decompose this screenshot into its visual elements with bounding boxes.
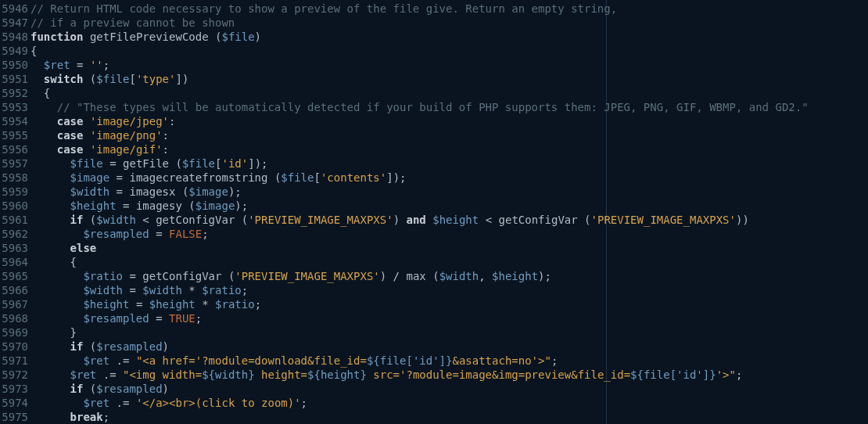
token-str: 'image/png': [90, 129, 163, 142]
token-fn: getFilePreviewCode: [90, 31, 209, 43]
code-line[interactable]: $width = imagesx ($image);: [30, 185, 868, 199]
code-line[interactable]: function getFilePreviewCode ($file): [30, 30, 868, 44]
token-var: $ret: [44, 59, 70, 71]
token-punc: :: [163, 129, 169, 142]
code-line[interactable]: {: [30, 255, 868, 269]
token-and: and: [406, 214, 425, 226]
token-punc: *: [182, 284, 202, 296]
token-punc: [30, 157, 70, 170]
token-punc: (: [83, 73, 96, 85]
code-line[interactable]: case 'image/png':: [30, 128, 868, 142]
code-line[interactable]: $image = imagecreatefromstring ($file['c…: [30, 171, 868, 185]
code-line[interactable]: $file = getFile ($file['id']);: [30, 156, 868, 171]
code-line[interactable]: $ratio = getConfigVar ('PREVIEW_IMAGE_MA…: [30, 269, 868, 283]
token-const: TRUE: [169, 312, 195, 325]
code-line[interactable]: // if a preview cannot be shown: [30, 16, 868, 30]
token-var: $file: [221, 31, 254, 43]
token-punc: [30, 101, 57, 113]
code-line[interactable]: {: [30, 44, 868, 58]
token-kw: if: [70, 383, 84, 395]
code-line[interactable]: if ($resampled): [30, 382, 868, 396]
token-str: 'id': [222, 157, 249, 170]
code-line[interactable]: case 'image/gif':: [30, 142, 868, 156]
token-punc: [30, 143, 57, 156]
token-var: $image: [188, 185, 228, 198]
token-str: '': [90, 59, 103, 71]
code-line[interactable]: else: [30, 241, 868, 255]
token-var: $height: [492, 270, 538, 282]
token-punc: ) /: [380, 270, 407, 282]
token-comment: // "These types will be automatically de…: [57, 101, 809, 113]
token-punc: [30, 115, 57, 128]
token-punc: [30, 199, 70, 212]
code-line[interactable]: $height = $height * $ratio;: [30, 297, 868, 311]
code-line[interactable]: switch ($file['type']): [30, 72, 868, 86]
code-line[interactable]: break;: [30, 410, 868, 424]
line-number: 5957: [0, 156, 30, 171]
code-area[interactable]: // Return HTML code necessary to show a …: [30, 0, 868, 424]
line-number: 5970: [0, 340, 30, 354]
line-number: 5975: [0, 410, 30, 424]
code-line[interactable]: if ($width < getConfigVar ('PREVIEW_IMAG…: [30, 213, 868, 227]
token-str: 'contents': [321, 171, 386, 184]
line-number: 5953: [0, 100, 30, 114]
code-line[interactable]: // "These types will be automatically de…: [30, 100, 868, 114]
code-line[interactable]: }: [30, 325, 868, 340]
token-punc: [83, 143, 89, 156]
token-str: '>": [716, 368, 736, 381]
token-var: $resampled: [96, 383, 162, 395]
token-punc: =: [129, 298, 149, 311]
line-number: 5960: [0, 199, 30, 213]
token-punc: [30, 354, 83, 367]
token-fn: imagesx: [129, 185, 175, 198]
token-var: $resampled: [96, 340, 162, 353]
token-kw: if: [70, 340, 84, 353]
token-punc: .=: [109, 354, 136, 367]
token-punc: [30, 383, 70, 395]
code-line[interactable]: // Return HTML code necessary to show a …: [30, 2, 868, 16]
token-punc: ;: [301, 397, 307, 409]
token-punc: ;: [551, 354, 558, 367]
token-punc: ]);: [248, 157, 267, 170]
token-kw: break: [70, 411, 103, 423]
token-punc: (: [267, 171, 281, 184]
code-line[interactable]: case 'image/jpeg':: [30, 114, 868, 128]
token-var: $resampled: [83, 228, 149, 240]
token-interp: ${file['id']}: [630, 368, 716, 381]
token-fn: getConfigVar: [156, 214, 235, 226]
token-kw: case: [57, 129, 84, 142]
line-number: 5961: [0, 213, 30, 227]
line-number: 5962: [0, 227, 30, 241]
token-str: '</a><br>(click to zoom)': [136, 397, 301, 409]
code-line[interactable]: {: [30, 86, 868, 100]
code-line[interactable]: $width = $width * $ratio;: [30, 283, 868, 297]
line-number: 5954: [0, 114, 30, 128]
code-line[interactable]: $resampled = TRUE;: [30, 311, 868, 325]
token-punc: [: [314, 171, 320, 184]
code-line[interactable]: $height = imagesy ($image);: [30, 199, 868, 213]
code-line[interactable]: $ret .= "<a href='?module=download&file_…: [30, 354, 868, 368]
line-number-gutter: 5946594759485949595059515952595359545955…: [0, 0, 30, 424]
token-var: $height: [149, 298, 195, 311]
token-str: "<a href='?module=download&file_id=: [136, 354, 367, 367]
token-kw: function: [30, 31, 83, 43]
code-line[interactable]: $resampled = FALSE;: [30, 227, 868, 241]
token-var: $file: [70, 157, 103, 170]
code-line[interactable]: $ret .= "<img width=${width} height=${he…: [30, 368, 868, 382]
token-var: $ratio: [215, 298, 255, 311]
line-number: 5969: [0, 325, 30, 340]
token-fn: max: [406, 270, 425, 282]
code-line[interactable]: $ret = '';: [30, 58, 868, 72]
token-punc: (: [221, 270, 235, 282]
code-line[interactable]: if ($resampled): [30, 340, 868, 354]
token-var: $width: [96, 214, 136, 226]
token-punc: )): [736, 214, 749, 226]
code-editor[interactable]: 5946594759485949595059515952595359545955…: [0, 0, 868, 424]
line-number: 5955: [0, 128, 30, 142]
token-str: 'type': [136, 73, 176, 85]
token-punc: =: [103, 157, 123, 170]
token-punc: [30, 129, 57, 142]
token-punc: ;: [202, 228, 208, 240]
token-punc: (: [182, 199, 195, 212]
code-line[interactable]: $ret .= '</a><br>(click to zoom)';: [30, 396, 868, 410]
